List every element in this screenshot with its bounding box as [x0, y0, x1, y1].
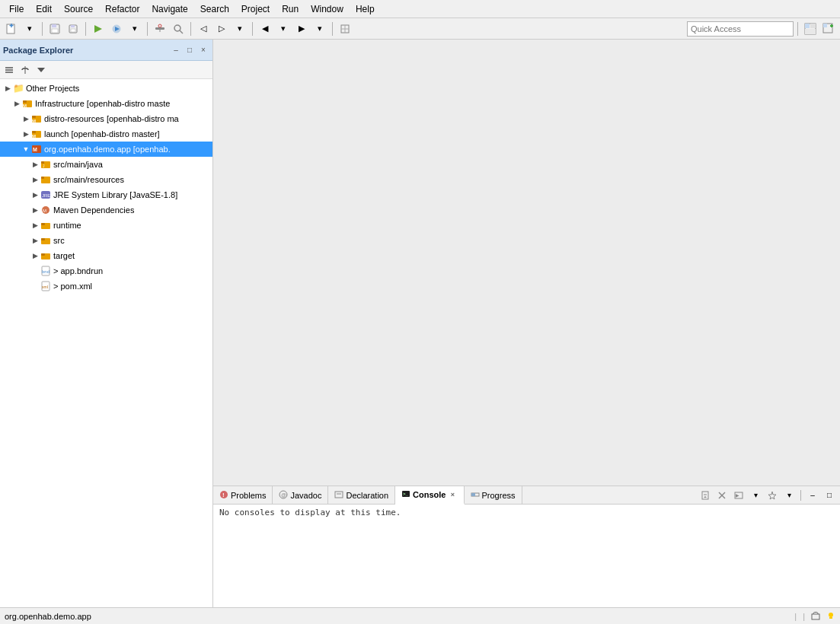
tree-item-org-openhab[interactable]: ▼ M org.openhab.demo.app [openhab. [0, 142, 212, 157]
new-button[interactable] [3, 21, 20, 37]
tree-arrow: ▶ [21, 115, 30, 123]
tree-item-launch[interactable]: ▶ M launch [openhab-distro master] [0, 126, 212, 142]
pe-maximize-btn[interactable]: □ [184, 44, 196, 56]
save-button[interactable] [46, 21, 63, 37]
svg-text:M: M [23, 103, 27, 108]
bottom-minimize-btn[interactable]: – [805, 488, 820, 503]
forward-dropdown[interactable]: ▾ [311, 21, 328, 37]
tab-javadoc[interactable]: @ Javadoc [273, 486, 328, 505]
editor-content [213, 40, 840, 486]
back-button[interactable]: ◀ [257, 21, 273, 37]
svg-point-82 [829, 613, 833, 617]
forward-button[interactable]: ▶ [293, 21, 310, 37]
svg-text:xml: xml [42, 285, 48, 289]
console-icon: >_ [401, 489, 410, 500]
menu-item-edit[interactable]: Edit [30, 2, 58, 16]
menu-bar: FileEditSourceRefactorNavigateSearchProj… [0, 0, 840, 18]
open-perspective[interactable] [820, 21, 837, 37]
tree-arrow: ▶ [30, 176, 40, 183]
tree-arrow: ▶ [30, 237, 40, 244]
tab-declaration[interactable]: Declaration [328, 486, 395, 505]
tree-item-target[interactable]: ▶ target [0, 248, 212, 263]
tree-item-src[interactable]: ▶ src [0, 233, 212, 248]
menu-item-navigate[interactable]: Navigate [145, 2, 193, 16]
tree-item-runtime[interactable]: ▶ runtime [0, 218, 212, 233]
svg-rect-58 [41, 253, 45, 256]
menu-item-help[interactable]: Help [350, 2, 381, 16]
pe-tree: ▶ 📁 Other Projects ▶ M Infrastructure [o… [0, 79, 212, 607]
run-button[interactable] [108, 21, 125, 37]
tree-item-app-bndrun[interactable]: ▶ bnd > app.bndrun [0, 263, 212, 279]
menu-item-file[interactable]: File [3, 2, 30, 16]
svg-marker-32 [37, 68, 45, 72]
svg-point-13 [158, 24, 161, 27]
tree-item-other-projects[interactable]: ▶ 📁 Other Projects [0, 81, 212, 96]
javadoc-icon: @ [279, 490, 288, 501]
console-content: No consoles to display at this time. [213, 505, 840, 607]
tree-item-jre[interactable]: ▶ JRE JRE System Library [JavaSE-1.8] [0, 187, 212, 202]
svg-rect-48 [41, 177, 44, 179]
toolbar-sep-1 [42, 22, 43, 36]
run-dropdown[interactable]: ▾ [126, 21, 143, 37]
svg-rect-23 [805, 29, 816, 34]
menu-item-window[interactable]: Window [305, 2, 350, 16]
new-dropdown[interactable]: ▾ [21, 21, 38, 37]
svg-point-15 [174, 25, 180, 31]
folder-icon [40, 234, 52, 247]
search-button[interactable] [170, 21, 187, 37]
quick-access-input[interactable] [687, 21, 794, 37]
annotation-dropdown[interactable]: ▾ [232, 21, 248, 37]
work-area: Package Explorer – □ × [0, 40, 840, 607]
pe-settings-btn[interactable] [34, 62, 49, 78]
menu-item-run[interactable]: Run [276, 2, 305, 16]
collapse-all-btn[interactable] [2, 62, 17, 78]
menu-item-search[interactable]: Search [194, 2, 235, 16]
bottom-maximize-btn[interactable]: □ [822, 488, 837, 503]
console-pin-btn[interactable] [765, 488, 780, 503]
svg-marker-75 [704, 496, 707, 498]
save-all-button[interactable] [65, 21, 81, 37]
console-pin-dropdown[interactable]: ▾ [781, 488, 797, 503]
svg-text:M: M [32, 119, 36, 123]
toolbar-sep-4 [190, 22, 191, 36]
tab-console[interactable]: >_ Console × [395, 486, 464, 505]
svg-text:M: M [33, 147, 37, 152]
console-new-dropdown[interactable]: ▾ [748, 488, 763, 503]
tree-arrow: ▶ [3, 84, 12, 92]
tab-progress[interactable]: Progress [465, 486, 522, 505]
tree-item-src-main-java[interactable]: ▶ J src/main/java [0, 157, 212, 172]
bottom-sep [800, 490, 801, 501]
tree-item-distro-resources[interactable]: ▶ M distro-resources [openhab-distro ma [0, 111, 212, 126]
tree-label: > pom.xml [53, 282, 92, 291]
tree-item-src-main-resources[interactable]: ▶ src/main/resources [0, 172, 212, 187]
pe-close-btn[interactable]: × [197, 44, 209, 56]
tree-item-pom-xml[interactable]: ▶ xml > pom.xml [0, 279, 212, 294]
back-dropdown[interactable]: ▾ [275, 21, 292, 37]
pe-title: Package Explorer [3, 46, 170, 55]
open-type-button[interactable] [337, 21, 353, 37]
toolbar-sep-2 [85, 22, 86, 36]
debug-button[interactable] [90, 21, 107, 37]
tab-console-close[interactable]: × [449, 490, 458, 499]
next-annotation[interactable]: ▷ [213, 21, 230, 37]
svg-rect-4 [52, 24, 56, 27]
project-icon: M [30, 128, 43, 140]
link-with-editor-btn[interactable] [18, 62, 33, 78]
console-new-btn[interactable]: ▶ [731, 488, 746, 503]
maven-project-icon: M [30, 143, 43, 155]
tree-item-maven-deps[interactable]: ▶ M Maven Dependencies [0, 202, 212, 218]
console-clear-btn[interactable] [714, 488, 730, 503]
perspective-button[interactable] [802, 21, 819, 37]
tab-problems[interactable]: ! Problems [213, 486, 273, 505]
menu-item-refactor[interactable]: Refactor [99, 2, 145, 16]
pe-minimize-btn[interactable]: – [170, 44, 182, 56]
menu-item-project[interactable]: Project [235, 2, 276, 16]
prev-annotation[interactable]: ◁ [195, 21, 212, 37]
menu-item-source[interactable]: Source [58, 2, 99, 16]
console-scroll-lock-btn[interactable] [698, 488, 713, 503]
external-tools-button[interactable] [152, 21, 168, 37]
svg-rect-56 [41, 238, 45, 240]
progress-icon [471, 490, 480, 501]
tree-label: src/main/java [53, 160, 103, 169]
tree-item-infrastructure[interactable]: ▶ M Infrastructure [openhab-distro maste [0, 96, 212, 111]
